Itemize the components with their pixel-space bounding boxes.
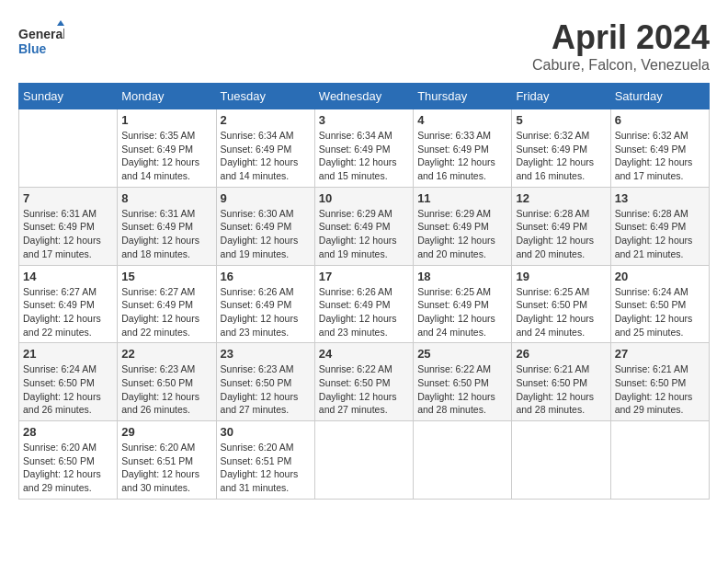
- calendar-cell: 28Sunrise: 6:20 AM Sunset: 6:50 PM Dayli…: [19, 421, 118, 500]
- day-info: Sunrise: 6:26 AM Sunset: 6:49 PM Dayligh…: [221, 285, 311, 339]
- day-info: Sunrise: 6:28 AM Sunset: 6:49 PM Dayligh…: [615, 207, 705, 261]
- day-info: Sunrise: 6:20 AM Sunset: 6:51 PM Dayligh…: [221, 441, 311, 495]
- calendar-cell: 14Sunrise: 6:27 AM Sunset: 6:49 PM Dayli…: [19, 265, 118, 343]
- calendar-cell: 9Sunrise: 6:30 AM Sunset: 6:49 PM Daylig…: [216, 187, 314, 265]
- calendar-header-row: Sunday Monday Tuesday Wednesday Thursday…: [19, 84, 710, 109]
- calendar-cell: [314, 421, 413, 500]
- day-info: Sunrise: 6:35 AM Sunset: 6:49 PM Dayligh…: [121, 129, 211, 183]
- calendar-cell: 1Sunrise: 6:35 AM Sunset: 6:49 PM Daylig…: [118, 109, 216, 188]
- day-info: Sunrise: 6:25 AM Sunset: 6:49 PM Dayligh…: [417, 285, 507, 339]
- day-info: Sunrise: 6:24 AM Sunset: 6:50 PM Dayligh…: [23, 362, 113, 417]
- page-header: General Blue April 2024 Cabure, Falcon, …: [18, 18, 710, 74]
- calendar-subtitle: Cabure, Falcon, Venezuela: [532, 57, 710, 74]
- day-info: Sunrise: 6:27 AM Sunset: 6:49 PM Dayligh…: [23, 285, 113, 339]
- calendar-cell: 22Sunrise: 6:23 AM Sunset: 6:50 PM Dayli…: [118, 343, 216, 421]
- calendar-cell: 29Sunrise: 6:20 AM Sunset: 6:51 PM Dayli…: [118, 421, 216, 500]
- day-number: 25: [417, 347, 507, 361]
- day-number: 27: [615, 347, 705, 361]
- day-info: Sunrise: 6:31 AM Sunset: 6:49 PM Dayligh…: [23, 207, 113, 261]
- day-number: 8: [121, 191, 211, 205]
- svg-marker-2: [57, 20, 64, 26]
- calendar-cell: [414, 421, 512, 500]
- day-number: 9: [221, 191, 311, 205]
- day-number: 26: [516, 347, 606, 361]
- col-monday: Monday: [118, 84, 216, 109]
- col-wednesday: Wednesday: [314, 84, 413, 109]
- day-number: 5: [516, 113, 606, 127]
- day-info: Sunrise: 6:32 AM Sunset: 6:49 PM Dayligh…: [516, 129, 606, 183]
- day-number: 2: [221, 113, 311, 127]
- calendar-cell: 12Sunrise: 6:28 AM Sunset: 6:49 PM Dayli…: [512, 187, 610, 265]
- calendar-cell: 15Sunrise: 6:27 AM Sunset: 6:49 PM Dayli…: [118, 265, 216, 343]
- svg-text:General: General: [18, 27, 64, 41]
- day-info: Sunrise: 6:23 AM Sunset: 6:50 PM Dayligh…: [221, 362, 311, 417]
- day-number: 12: [516, 191, 606, 205]
- day-number: 29: [121, 425, 211, 439]
- calendar-cell: [19, 109, 118, 188]
- calendar-cell: 27Sunrise: 6:21 AM Sunset: 6:50 PM Dayli…: [610, 343, 709, 421]
- day-info: Sunrise: 6:20 AM Sunset: 6:51 PM Dayligh…: [121, 441, 211, 495]
- col-thursday: Thursday: [414, 84, 512, 109]
- calendar-cell: 6Sunrise: 6:32 AM Sunset: 6:49 PM Daylig…: [610, 109, 709, 188]
- calendar-cell: 25Sunrise: 6:22 AM Sunset: 6:50 PM Dayli…: [414, 343, 512, 421]
- calendar-cell: 21Sunrise: 6:24 AM Sunset: 6:50 PM Dayli…: [19, 343, 118, 421]
- col-tuesday: Tuesday: [216, 84, 314, 109]
- svg-text:Blue: Blue: [18, 41, 47, 56]
- day-number: 15: [121, 270, 211, 283]
- calendar-week-row: 21Sunrise: 6:24 AM Sunset: 6:50 PM Dayli…: [19, 343, 710, 421]
- day-info: Sunrise: 6:23 AM Sunset: 6:50 PM Dayligh…: [121, 362, 211, 417]
- day-number: 4: [417, 113, 507, 127]
- calendar-cell: 4Sunrise: 6:33 AM Sunset: 6:49 PM Daylig…: [414, 109, 512, 188]
- calendar-cell: 8Sunrise: 6:31 AM Sunset: 6:49 PM Daylig…: [118, 187, 216, 265]
- day-info: Sunrise: 6:22 AM Sunset: 6:50 PM Dayligh…: [417, 362, 507, 417]
- calendar-cell: [512, 421, 610, 500]
- calendar-week-row: 28Sunrise: 6:20 AM Sunset: 6:50 PM Dayli…: [19, 421, 710, 500]
- calendar-cell: 26Sunrise: 6:21 AM Sunset: 6:50 PM Dayli…: [512, 343, 610, 421]
- day-info: Sunrise: 6:25 AM Sunset: 6:50 PM Dayligh…: [516, 285, 606, 339]
- calendar-cell: 7Sunrise: 6:31 AM Sunset: 6:49 PM Daylig…: [19, 187, 118, 265]
- calendar-cell: 30Sunrise: 6:20 AM Sunset: 6:51 PM Dayli…: [216, 421, 314, 500]
- day-number: 18: [417, 270, 507, 283]
- calendar-cell: 11Sunrise: 6:29 AM Sunset: 6:49 PM Dayli…: [414, 187, 512, 265]
- day-number: 28: [23, 425, 113, 439]
- day-info: Sunrise: 6:34 AM Sunset: 6:49 PM Dayligh…: [319, 129, 409, 183]
- calendar-week-row: 1Sunrise: 6:35 AM Sunset: 6:49 PM Daylig…: [19, 109, 710, 188]
- calendar-cell: 2Sunrise: 6:34 AM Sunset: 6:49 PM Daylig…: [216, 109, 314, 188]
- calendar-week-row: 14Sunrise: 6:27 AM Sunset: 6:49 PM Dayli…: [19, 265, 710, 343]
- calendar-cell: 20Sunrise: 6:24 AM Sunset: 6:50 PM Dayli…: [610, 265, 709, 343]
- day-number: 21: [23, 347, 113, 361]
- day-number: 7: [23, 191, 113, 205]
- logo: General Blue: [18, 18, 64, 64]
- calendar-cell: 3Sunrise: 6:34 AM Sunset: 6:49 PM Daylig…: [314, 109, 413, 188]
- day-info: Sunrise: 6:21 AM Sunset: 6:50 PM Dayligh…: [615, 362, 705, 417]
- day-info: Sunrise: 6:26 AM Sunset: 6:49 PM Dayligh…: [319, 285, 409, 339]
- day-number: 1: [121, 113, 211, 127]
- day-number: 23: [221, 347, 311, 361]
- day-number: 17: [319, 270, 409, 283]
- calendar-table: Sunday Monday Tuesday Wednesday Thursday…: [18, 83, 710, 500]
- calendar-cell: 17Sunrise: 6:26 AM Sunset: 6:49 PM Dayli…: [314, 265, 413, 343]
- day-info: Sunrise: 6:30 AM Sunset: 6:49 PM Dayligh…: [221, 207, 311, 261]
- day-number: 30: [221, 425, 311, 439]
- day-info: Sunrise: 6:28 AM Sunset: 6:49 PM Dayligh…: [516, 207, 606, 261]
- day-info: Sunrise: 6:29 AM Sunset: 6:49 PM Dayligh…: [417, 207, 507, 261]
- calendar-cell: 5Sunrise: 6:32 AM Sunset: 6:49 PM Daylig…: [512, 109, 610, 188]
- day-info: Sunrise: 6:34 AM Sunset: 6:49 PM Dayligh…: [221, 129, 311, 183]
- day-number: 3: [319, 113, 409, 127]
- day-info: Sunrise: 6:20 AM Sunset: 6:50 PM Dayligh…: [23, 441, 113, 495]
- day-number: 10: [319, 191, 409, 205]
- logo-icon: General Blue: [18, 18, 64, 64]
- day-info: Sunrise: 6:29 AM Sunset: 6:49 PM Dayligh…: [319, 207, 409, 261]
- calendar-cell: 23Sunrise: 6:23 AM Sunset: 6:50 PM Dayli…: [216, 343, 314, 421]
- calendar-cell: 24Sunrise: 6:22 AM Sunset: 6:50 PM Dayli…: [314, 343, 413, 421]
- calendar-week-row: 7Sunrise: 6:31 AM Sunset: 6:49 PM Daylig…: [19, 187, 710, 265]
- calendar-cell: 16Sunrise: 6:26 AM Sunset: 6:49 PM Dayli…: [216, 265, 314, 343]
- day-info: Sunrise: 6:21 AM Sunset: 6:50 PM Dayligh…: [516, 362, 606, 417]
- calendar-cell: 13Sunrise: 6:28 AM Sunset: 6:49 PM Dayli…: [610, 187, 709, 265]
- calendar-title: April 2024: [532, 18, 710, 57]
- day-number: 16: [221, 270, 311, 283]
- day-number: 11: [417, 191, 507, 205]
- day-number: 14: [23, 270, 113, 283]
- day-number: 6: [615, 113, 705, 127]
- day-info: Sunrise: 6:33 AM Sunset: 6:49 PM Dayligh…: [417, 129, 507, 183]
